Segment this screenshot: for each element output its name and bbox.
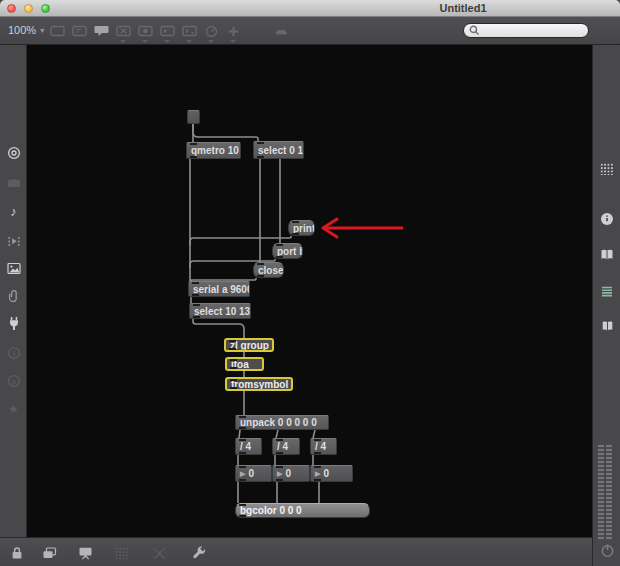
message-print[interactable]: print bbox=[288, 220, 315, 236]
object-itoa[interactable]: itoa bbox=[225, 357, 264, 371]
level-meter-bar bbox=[606, 445, 612, 541]
grid-icon[interactable] bbox=[113, 545, 131, 561]
toggle-box[interactable] bbox=[187, 110, 200, 124]
zoom-level-value: 100% bbox=[8, 24, 36, 36]
object-4[interactable]: / 4 bbox=[235, 438, 262, 455]
toolbar-icon-row bbox=[46, 20, 292, 42]
add-object-icon[interactable] bbox=[222, 20, 244, 42]
number-triangle-icon: ▶ bbox=[315, 470, 320, 477]
chevron-down-icon: ▾ bbox=[40, 26, 44, 35]
svg-text:p: p bbox=[11, 377, 15, 386]
box-text: 0 bbox=[285, 468, 291, 479]
box-text: zl group bbox=[230, 340, 269, 351]
box-text: / 4 bbox=[277, 441, 288, 452]
object-select-10-13[interactable]: select 10 13 bbox=[189, 303, 251, 319]
left-sidebar: ♪p★ bbox=[0, 45, 27, 537]
box-text: qmetro 10 bbox=[191, 145, 239, 156]
zoom-window-button[interactable] bbox=[41, 4, 50, 13]
number-triangle-icon: ▶ bbox=[240, 470, 245, 477]
plug-icon[interactable] bbox=[0, 314, 27, 332]
box-text: select 0 1 bbox=[258, 145, 303, 156]
object-unpack-0-0-0-0-0[interactable]: unpack 0 0 0 0 0 bbox=[235, 415, 329, 430]
number-0[interactable]: ▶0 bbox=[272, 465, 310, 482]
grid-dots-icon[interactable] bbox=[593, 160, 620, 178]
button-icon[interactable] bbox=[134, 20, 156, 42]
chevron-down-icon bbox=[164, 40, 170, 43]
patcher-canvas[interactable]: qmetro 10select 0 1printport bcloseseria… bbox=[27, 45, 592, 537]
dial-icon[interactable] bbox=[200, 20, 222, 42]
box-text: 0 bbox=[323, 468, 329, 479]
lock-icon[interactable] bbox=[8, 545, 26, 561]
box-text: select 10 13 bbox=[194, 306, 250, 317]
number-0[interactable]: ▶0 bbox=[235, 465, 272, 482]
number-0[interactable]: ▶0 bbox=[310, 465, 353, 482]
signal-flow-icon[interactable] bbox=[150, 545, 168, 561]
zoom-level-control[interactable]: 100% ▾ bbox=[8, 24, 44, 36]
paperclip-icon[interactable] bbox=[0, 287, 27, 305]
number-box-icon[interactable] bbox=[156, 20, 178, 42]
picture-icon[interactable] bbox=[0, 259, 27, 277]
object-box-icon[interactable] bbox=[46, 20, 68, 42]
box-text: port b bbox=[277, 246, 303, 257]
box-text: print bbox=[293, 223, 315, 234]
right-sidebar bbox=[592, 45, 620, 566]
level-meter bbox=[598, 445, 612, 541]
object-fromsymbol[interactable]: fromsymbol bbox=[225, 377, 293, 391]
box-text: bgcolor 0 0 0 bbox=[240, 505, 302, 516]
message-close[interactable]: close bbox=[253, 262, 284, 278]
titlebar[interactable]: Untitled1 bbox=[0, 0, 620, 17]
flonum-box-icon[interactable] bbox=[178, 20, 200, 42]
bottom-toolbar bbox=[0, 537, 592, 566]
music-note-icon[interactable]: ♪ bbox=[0, 202, 27, 220]
info-circle-icon[interactable] bbox=[0, 344, 27, 362]
box-text: unpack 0 0 0 0 0 bbox=[240, 417, 317, 428]
chevron-down-icon bbox=[208, 40, 214, 43]
reference-book-icon[interactable] bbox=[593, 245, 620, 263]
number-triangle-icon: ▶ bbox=[277, 470, 282, 477]
object-4[interactable]: / 4 bbox=[272, 438, 300, 455]
minimize-window-button[interactable] bbox=[24, 4, 33, 13]
close-window-button[interactable] bbox=[7, 4, 16, 13]
object-qmetro-10[interactable]: qmetro 10 bbox=[186, 142, 241, 159]
message-bgcolor-0-0-0[interactable]: bgcolor 0 0 0 bbox=[235, 503, 370, 518]
lessons-book-icon[interactable] bbox=[593, 317, 620, 335]
search-input[interactable] bbox=[483, 25, 583, 37]
message-box-icon[interactable] bbox=[68, 20, 90, 42]
target-icon[interactable] bbox=[0, 144, 27, 162]
power-icon[interactable] bbox=[593, 543, 620, 558]
more-tools-icon[interactable] bbox=[270, 20, 292, 42]
patch-boxes-layer: qmetro 10select 0 1printport bcloseseria… bbox=[27, 45, 592, 537]
wrench-icon[interactable] bbox=[190, 545, 208, 561]
search-icon bbox=[469, 25, 480, 36]
box-text: serial a 9600 bbox=[193, 284, 250, 295]
comment-icon[interactable] bbox=[90, 20, 112, 42]
search-field[interactable] bbox=[463, 23, 589, 38]
prototype-icon[interactable]: p bbox=[0, 372, 27, 390]
box-text: close bbox=[258, 265, 284, 276]
object-zl-group[interactable]: zl group bbox=[224, 338, 274, 352]
object-serial-a-9600[interactable]: serial a 9600 bbox=[188, 281, 250, 297]
level-meter-bar bbox=[598, 445, 604, 541]
toggle-icon[interactable] bbox=[112, 20, 134, 42]
object-4[interactable]: / 4 bbox=[310, 438, 337, 455]
sequencer-icon[interactable] bbox=[0, 232, 27, 250]
windows-stack-icon[interactable] bbox=[40, 545, 58, 561]
star-icon[interactable]: ★ bbox=[0, 400, 27, 418]
chevron-down-icon bbox=[120, 40, 126, 43]
panel-icon[interactable] bbox=[0, 174, 27, 192]
box-text: 0 bbox=[248, 468, 254, 479]
chevron-down-icon bbox=[142, 40, 148, 43]
traffic-lights bbox=[7, 4, 50, 13]
top-toolbar: 100% ▾ bbox=[0, 17, 620, 45]
window-title: Untitled1 bbox=[439, 2, 486, 14]
box-text: fromsymbol bbox=[231, 379, 288, 390]
box-text: itoa bbox=[231, 359, 249, 370]
info-badge-icon[interactable] bbox=[593, 210, 620, 228]
chevron-down-icon bbox=[230, 40, 236, 43]
box-text: / 4 bbox=[240, 441, 251, 452]
object-select-0-1[interactable]: select 0 1 bbox=[253, 141, 304, 159]
chevron-down-icon bbox=[186, 40, 192, 43]
message-port-b[interactable]: port b bbox=[272, 243, 303, 259]
presentation-icon[interactable] bbox=[76, 545, 94, 561]
console-list-icon[interactable] bbox=[593, 282, 620, 300]
